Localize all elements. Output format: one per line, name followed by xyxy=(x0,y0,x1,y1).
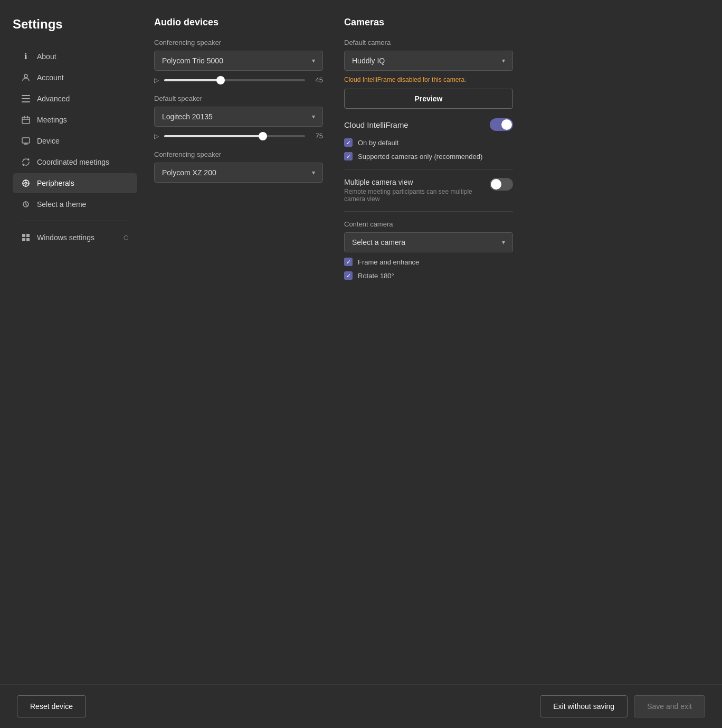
default-camera-label: Default camera xyxy=(344,39,513,46)
nav-divider xyxy=(21,221,129,221)
checkmark-icon-2: ✓ xyxy=(346,153,351,160)
supported-cameras-checkbox[interactable]: ✓ xyxy=(344,152,353,160)
sidebar-item-account[interactable]: Account xyxy=(13,68,137,88)
supported-cameras-row: ✓ Supported cameras only (recommended) xyxy=(344,152,513,160)
checkmark-icon-4: ✓ xyxy=(346,272,351,279)
sidebar-item-select-theme[interactable]: Select a theme xyxy=(13,194,137,214)
chevron-down-icon: ▾ xyxy=(312,57,315,64)
list-icon xyxy=(21,94,31,103)
on-by-default-row: ✓ On by default xyxy=(344,138,513,147)
sidebar-item-advanced[interactable]: Advanced xyxy=(13,89,137,109)
slider-fill xyxy=(164,79,221,81)
conferencing-mic-label: Conferencing speaker xyxy=(154,150,323,158)
audio-section: Audio devices Conferencing speaker Polyc… xyxy=(154,17,323,684)
account-icon xyxy=(21,73,31,82)
multiple-camera-sub: Remote meeting participants can see mult… xyxy=(344,188,490,203)
info-icon: ℹ xyxy=(21,52,31,61)
slider-thumb xyxy=(216,76,225,84)
cloud-intelliframe-label: Cloud IntelliFrame xyxy=(344,120,408,129)
external-link-icon: ⬡ xyxy=(124,234,129,241)
play-icon: ▷ xyxy=(154,77,159,84)
rotate-label: Rotate 180° xyxy=(358,272,394,280)
checkmark-icon: ✓ xyxy=(346,139,351,146)
default-speaker-dropdown[interactable]: Logitech 20135 ▾ xyxy=(154,107,323,127)
sidebar-item-windows-settings[interactable]: Windows settings ⬡ xyxy=(13,228,137,248)
cloud-intelliframe-toggle[interactable] xyxy=(490,118,513,131)
multiple-camera-toggle[interactable] xyxy=(490,178,513,191)
exit-without-saving-button[interactable]: Exit without saving xyxy=(540,695,628,717)
frame-enhance-checkbox[interactable]: ✓ xyxy=(344,258,353,266)
toggle-knob-2 xyxy=(491,179,501,190)
default-speaker-label: Default speaker xyxy=(154,94,323,102)
section-divider-2 xyxy=(344,211,513,212)
sidebar-label-meetings: Meetings xyxy=(37,116,67,124)
intelliframe-warning: Cloud IntelliFrame disabled for this cam… xyxy=(344,76,513,83)
svg-rect-1 xyxy=(22,95,30,96)
conferencing-mic-dropdown[interactable]: Polycom XZ 200 ▾ xyxy=(154,163,323,183)
frame-enhance-row: ✓ Frame and enhance xyxy=(344,258,513,266)
on-by-default-label: On by default xyxy=(358,139,398,147)
default-camera-dropdown[interactable]: Huddly IQ ▾ xyxy=(344,51,513,71)
theme-icon xyxy=(21,200,31,209)
sidebar-item-peripherals[interactable]: Peripherals xyxy=(13,173,137,193)
svg-rect-12 xyxy=(26,238,30,241)
save-and-exit-button[interactable]: Save and exit xyxy=(634,695,705,717)
svg-point-0 xyxy=(24,74,27,78)
sidebar-label-device: Device xyxy=(37,137,60,145)
section-divider xyxy=(344,169,513,169)
svg-rect-9 xyxy=(22,234,25,237)
sidebar-label-account: Account xyxy=(37,73,64,82)
cameras-title: Cameras xyxy=(344,17,513,28)
content-camera-dropdown[interactable]: Select a camera ▾ xyxy=(344,232,513,252)
conferencing-speaker-slider[interactable] xyxy=(164,79,305,81)
sidebar-item-about[interactable]: ℹ About xyxy=(13,46,137,67)
sidebar-label-peripherals: Peripherals xyxy=(37,179,74,187)
peripherals-icon xyxy=(21,178,31,188)
sync-icon xyxy=(21,157,31,167)
svg-rect-4 xyxy=(22,117,30,124)
svg-rect-2 xyxy=(22,98,30,99)
supported-cameras-label: Supported cameras only (recommended) xyxy=(358,153,482,160)
slider-thumb-2 xyxy=(259,132,267,140)
svg-rect-3 xyxy=(22,101,30,102)
reset-device-button[interactable]: Reset device xyxy=(17,695,86,717)
rotate-row: ✓ Rotate 180° xyxy=(344,271,513,280)
conferencing-speaker-dropdown[interactable]: Polycom Trio 5000 ▾ xyxy=(154,51,323,71)
conferencing-speaker-value: Polycom Trio 5000 xyxy=(162,56,223,65)
preview-button[interactable]: Preview xyxy=(344,89,513,109)
frame-enhance-label: Frame and enhance xyxy=(358,258,419,266)
sidebar-item-meetings[interactable]: Meetings xyxy=(13,110,137,130)
sidebar-label-advanced: Advanced xyxy=(37,94,70,103)
conferencing-speaker-slider-row: ▷ 45 xyxy=(154,76,323,84)
audio-title: Audio devices xyxy=(154,17,323,28)
sidebar-label-about: About xyxy=(37,52,56,61)
sidebar-item-coordinated-meetings[interactable]: Coordinated meetings xyxy=(13,152,137,172)
content-area: Audio devices Conferencing speaker Polyc… xyxy=(137,17,722,684)
chevron-down-icon-2: ▾ xyxy=(312,113,315,120)
svg-point-7 xyxy=(25,182,27,184)
rotate-checkbox[interactable]: ✓ xyxy=(344,271,353,280)
page-title: Settings xyxy=(13,17,137,32)
calendar-icon xyxy=(21,115,31,125)
default-speaker-slider-row: ▷ 75 xyxy=(154,132,323,140)
svg-rect-11 xyxy=(22,238,25,241)
on-by-default-checkbox[interactable]: ✓ xyxy=(344,138,353,147)
intelliframe-row: Cloud IntelliFrame xyxy=(344,118,513,131)
sidebar-item-device[interactable]: Device xyxy=(13,131,137,151)
default-speaker-slider[interactable] xyxy=(164,135,305,137)
content-camera-value: Select a camera xyxy=(352,238,405,247)
default-speaker-value: Logitech 20135 xyxy=(162,112,213,121)
checkmark-icon-3: ✓ xyxy=(346,259,351,266)
default-camera-value: Huddly IQ xyxy=(352,56,385,65)
nav-list: ℹ About Account xyxy=(13,46,137,248)
conferencing-speaker-volume: 45 xyxy=(310,76,323,84)
windows-icon xyxy=(21,233,31,242)
slider-fill-2 xyxy=(164,135,263,137)
chevron-down-icon-5: ▾ xyxy=(502,239,505,246)
sidebar-label-select-theme: Select a theme xyxy=(37,200,86,209)
sidebar-label-windows-settings: Windows settings xyxy=(37,233,94,242)
cameras-section: Cameras Default camera Huddly IQ ▾ Cloud… xyxy=(344,17,513,684)
chevron-down-icon-4: ▾ xyxy=(502,57,505,64)
multiple-camera-title: Multiple camera view xyxy=(344,178,490,186)
default-speaker-volume: 75 xyxy=(310,132,323,140)
